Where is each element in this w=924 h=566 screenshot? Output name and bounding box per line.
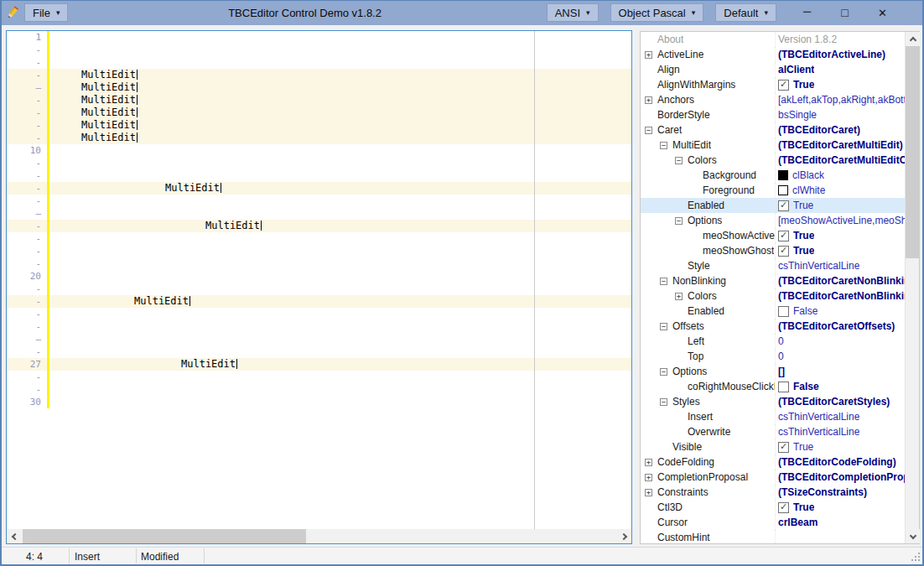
editor-text-area[interactable]: 1---MultiEdit–MultiEdit-MultiEdit-MultiE… [7, 31, 631, 529]
editor-line[interactable]: - [7, 245, 631, 257]
editor-line[interactable]: 10 [7, 144, 631, 157]
property-row[interactable]: coRightMouseClickMovesCaretFalse [641, 379, 905, 394]
editor-line[interactable]: 27MultiEdit [7, 358, 631, 371]
vertical-scroll-track[interactable] [906, 46, 919, 529]
property-row[interactable]: +Constraints(TSizeConstraints) [641, 485, 905, 500]
minimize-button[interactable]: ─ [788, 0, 826, 25]
editor-line[interactable]: - [7, 345, 631, 358]
collapse-minus-icon[interactable]: − [645, 127, 652, 134]
editor-line[interactable]: - [7, 169, 631, 182]
theme-dropdown[interactable]: Default ▾ [715, 3, 776, 22]
collapse-minus-icon[interactable]: − [660, 368, 667, 376]
property-row[interactable]: BackgroundclBlack [641, 168, 905, 183]
expand-plus-icon[interactable]: + [675, 293, 683, 300]
property-row[interactable]: CursorcrIBeam [641, 515, 905, 530]
collapse-minus-icon[interactable]: − [660, 142, 667, 149]
property-row[interactable]: AlignalClient [641, 62, 905, 77]
editor-line[interactable]: - [7, 44, 631, 56]
close-button[interactable]: ✕ [864, 0, 901, 25]
horizontal-scroll-track[interactable] [21, 529, 617, 543]
editor-line[interactable]: 1 [7, 31, 631, 44]
scroll-up-button[interactable] [906, 32, 920, 46]
expand-plus-icon[interactable]: + [645, 459, 652, 466]
property-row[interactable]: −Options[meoShowActiveLine,meoShowGhost] [641, 213, 905, 228]
scroll-left-button[interactable] [7, 529, 21, 543]
property-row[interactable]: meoShowActiveLine✓True [641, 228, 905, 243]
editor-line[interactable]: - [7, 320, 631, 333]
editor-line[interactable]: 20 [7, 270, 631, 283]
checkbox-icon[interactable]: ✓ [778, 442, 789, 453]
property-row[interactable]: +Colors(TBCEditorCaretNonBlinkingColors) [641, 288, 905, 304]
property-row[interactable]: AlignWithMargins✓True [641, 77, 905, 92]
property-row[interactable]: +CompletionProposal(TBCEditorCompletionP… [641, 470, 905, 485]
editor-line[interactable]: - [7, 56, 631, 69]
property-row[interactable]: Enabled✓True [641, 198, 905, 213]
editor-line[interactable]: -MultiEdit [7, 220, 631, 232]
scroll-down-button[interactable] [906, 529, 920, 543]
checkbox-icon[interactable]: ✓ [778, 246, 789, 257]
horizontal-scroll-thumb[interactable] [23, 529, 306, 543]
checkbox-icon[interactable]: ✓ [778, 502, 789, 513]
property-row[interactable]: meoShowGhost✓True [641, 243, 905, 258]
checkbox-icon[interactable] [778, 306, 789, 317]
property-row[interactable]: +CodeFolding(TBCEditorCodeFolding) [641, 454, 905, 470]
expand-plus-icon[interactable]: + [645, 474, 652, 481]
expand-plus-icon[interactable]: + [645, 51, 652, 59]
checkbox-icon[interactable] [778, 382, 789, 392]
property-row[interactable]: −Colors(TBCEditorCaretMultiEditColors) [641, 153, 905, 168]
resize-grip-icon[interactable] [911, 553, 921, 562]
file-menu-button[interactable]: File ▾ [24, 3, 68, 22]
editor-line[interactable]: - [7, 283, 631, 295]
property-row[interactable]: +Anchors[akLeft,akTop,akRight,akBottom] [641, 92, 905, 107]
property-row[interactable]: Visible✓True [641, 439, 905, 454]
vertical-scroll-thumb[interactable] [906, 46, 920, 258]
property-row[interactable]: ForegroundclWhite [641, 183, 905, 198]
property-row[interactable]: EnabledFalse [641, 304, 905, 319]
property-row[interactable]: OverwritecsThinVerticalLine [641, 424, 905, 439]
editor-line[interactable]: - [7, 232, 631, 245]
horizontal-scrollbar[interactable] [7, 529, 631, 543]
property-row[interactable]: CustomHint [641, 530, 905, 543]
editor-line[interactable]: – [7, 333, 631, 345]
editor-line[interactable]: - [7, 195, 631, 207]
vertical-scrollbar[interactable] [905, 32, 919, 543]
editor-line[interactable]: - [7, 157, 631, 169]
property-row[interactable]: −MultiEdit(TBCEditorCaretMultiEdit) [641, 138, 905, 153]
editor-line[interactable]: - [7, 308, 631, 320]
maximize-button[interactable]: □ [826, 0, 864, 25]
encoding-dropdown[interactable]: ANSI ▾ [547, 3, 599, 22]
property-row[interactable]: −Caret(TBCEditorCaret) [641, 122, 905, 138]
property-row[interactable]: −NonBlinking(TBCEditorCaretNonBlinking) [641, 273, 905, 288]
editor-line[interactable]: -MultiEdit [7, 106, 631, 119]
editor-line[interactable]: - [7, 383, 631, 396]
editor-line[interactable]: –MultiEdit [7, 81, 631, 94]
editor-line[interactable]: -MultiEdit [7, 69, 631, 81]
editor-line[interactable]: - [7, 371, 631, 383]
collapse-minus-icon[interactable]: − [660, 278, 667, 285]
property-row[interactable]: +ActiveLine(TBCEditorActiveLine) [641, 47, 905, 62]
editor-line[interactable]: - [7, 257, 631, 270]
editor-line[interactable]: -MultiEdit [7, 119, 631, 132]
editor-line[interactable]: -MultiEdit [7, 182, 631, 195]
scroll-right-button[interactable] [617, 529, 631, 543]
property-row[interactable]: InsertcsThinVerticalLine [641, 409, 905, 424]
editor-line[interactable]: -MultiEdit [7, 132, 631, 144]
property-row[interactable]: −Styles(TBCEditorCaretStyles) [641, 394, 905, 409]
property-row[interactable]: Ctl3D✓True [641, 500, 905, 515]
property-row[interactable]: StylecsThinVerticalLine [641, 258, 905, 273]
collapse-minus-icon[interactable]: − [660, 398, 667, 406]
checkbox-icon[interactable]: ✓ [778, 231, 789, 241]
editor-line[interactable]: -MultiEdit [7, 94, 631, 106]
code-editor[interactable]: 1---MultiEdit–MultiEdit-MultiEdit-MultiE… [6, 30, 632, 544]
property-row[interactable]: −Options[] [641, 364, 905, 379]
editor-line[interactable]: 30 [7, 396, 631, 408]
property-row[interactable]: Top0 [641, 349, 905, 364]
checkbox-icon[interactable]: ✓ [778, 80, 789, 91]
editor-line[interactable]: – [7, 207, 631, 220]
property-row[interactable]: Left0 [641, 334, 905, 349]
property-row[interactable]: BorderStylebsSingle [641, 107, 905, 122]
highlighter-dropdown[interactable]: Object Pascal ▾ [610, 3, 704, 22]
collapse-minus-icon[interactable]: − [675, 157, 683, 164]
checkbox-icon[interactable]: ✓ [778, 200, 789, 211]
collapse-minus-icon[interactable]: − [675, 217, 683, 225]
